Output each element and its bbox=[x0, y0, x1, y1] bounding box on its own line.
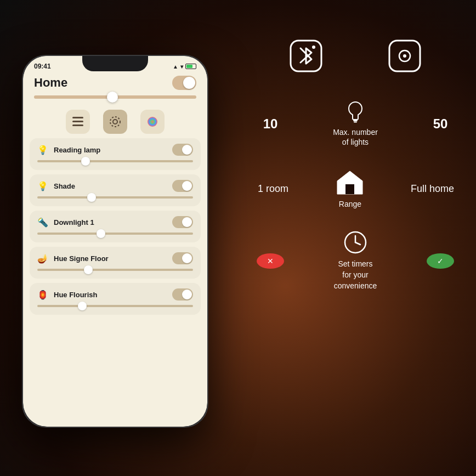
max-lights-right-value: 50 bbox=[427, 116, 454, 132]
device-list: 💡 Reading lamp 💡 Shade bbox=[23, 138, 207, 319]
device-slider-hue-signe[interactable] bbox=[37, 269, 193, 271]
battery-icon bbox=[185, 64, 196, 69]
svg-rect-2 bbox=[72, 124, 83, 126]
info-section: 10 Max. number of lights 50 1 room bbox=[257, 38, 454, 291]
device-toggle-shade[interactable] bbox=[172, 180, 193, 192]
max-lights-row: 10 Max. number of lights 50 bbox=[257, 101, 454, 147]
svg-point-5 bbox=[148, 117, 157, 127]
device-name: Shade bbox=[54, 182, 75, 190]
device-toggle-hue-signe[interactable] bbox=[172, 252, 193, 264]
device-item-downlight1[interactable]: 🔦 Downlight 1 bbox=[30, 211, 201, 242]
range-left-value: 1 room bbox=[257, 183, 290, 195]
tab-scenes[interactable] bbox=[103, 110, 127, 134]
device-slider-shade[interactable] bbox=[37, 196, 193, 199]
bulb-icon: 💡 bbox=[37, 181, 48, 191]
downlight-icon: 🔦 bbox=[37, 217, 48, 228]
bluetooth-icon bbox=[288, 38, 324, 73]
slider-thumb bbox=[97, 229, 105, 238]
device-toggle-downlight1[interactable] bbox=[172, 216, 193, 228]
range-right-value: Full home bbox=[411, 183, 454, 195]
brightness-thumb bbox=[107, 92, 118, 103]
device-item-hue-flourish[interactable]: 🏮 Hue Flourish bbox=[30, 283, 201, 315]
device-name: Reading lamp bbox=[54, 146, 100, 154]
slider-thumb bbox=[78, 302, 87, 310]
device-item-reading-lamp[interactable]: 💡 Reading lamp bbox=[30, 138, 201, 170]
device-name: Hue Signe Floor bbox=[54, 254, 109, 263]
signal-icon: ▲ bbox=[173, 64, 178, 70]
device-name: Downlight 1 bbox=[54, 218, 94, 226]
svg-rect-14 bbox=[345, 184, 354, 194]
svg-point-7 bbox=[312, 46, 315, 49]
slider-thumb bbox=[87, 193, 96, 202]
range-label: Range bbox=[339, 200, 361, 208]
status-time: 09:41 bbox=[34, 63, 51, 70]
max-lights-left-value: 10 bbox=[257, 116, 284, 132]
house-icon bbox=[335, 169, 365, 196]
device-item-shade[interactable]: 💡 Shade bbox=[30, 174, 201, 206]
device-toggle-reading-lamp[interactable] bbox=[172, 144, 193, 156]
hub-icon bbox=[387, 38, 422, 73]
device-toggle-hue-flourish[interactable] bbox=[172, 288, 193, 301]
phone-mockup: 09:41 ▲ ▾ Home bbox=[22, 55, 208, 428]
bulb-icon: 💡 bbox=[37, 145, 48, 155]
tab-bar bbox=[23, 105, 207, 138]
max-lights-label: Max. number of lights bbox=[333, 127, 378, 147]
device-slider-hue-flourish[interactable] bbox=[37, 305, 193, 307]
timer-label: Set timers for your convenience bbox=[334, 259, 377, 291]
svg-rect-0 bbox=[72, 117, 83, 118]
range-row: 1 room Range Full home bbox=[257, 169, 454, 208]
svg-point-3 bbox=[113, 120, 117, 124]
tab-color[interactable] bbox=[140, 110, 165, 134]
tab-list[interactable] bbox=[66, 110, 90, 134]
connection-icons-row bbox=[257, 38, 454, 73]
lightbulb-icon bbox=[348, 101, 363, 123]
floor-lamp-icon: 🪔 bbox=[37, 253, 48, 264]
wifi-icon: ▾ bbox=[180, 64, 183, 70]
svg-point-4 bbox=[110, 117, 120, 127]
svg-point-10 bbox=[403, 54, 406, 58]
device-item-hue-signe[interactable]: 🪔 Hue Signe Floor bbox=[30, 247, 201, 279]
bluetooth-item bbox=[288, 38, 324, 73]
timer-row: ✕ Set timers for your convenience ✓ bbox=[257, 230, 454, 291]
status-icons: ▲ ▾ bbox=[173, 64, 196, 70]
phone-notch bbox=[82, 56, 148, 71]
home-toggle[interactable] bbox=[172, 76, 196, 90]
timer-no-icon: ✕ bbox=[257, 253, 284, 269]
hub-item bbox=[387, 38, 422, 73]
timer-yes-icon: ✓ bbox=[427, 253, 454, 269]
ceiling-lamp-icon: 🏮 bbox=[37, 290, 48, 300]
slider-thumb bbox=[81, 157, 90, 166]
slider-thumb bbox=[84, 265, 93, 274]
brightness-slider[interactable] bbox=[34, 95, 196, 99]
device-slider-reading-lamp[interactable] bbox=[37, 160, 193, 162]
device-name: Hue Flourish bbox=[54, 291, 97, 299]
svg-rect-1 bbox=[72, 121, 83, 122]
home-title: Home bbox=[34, 76, 67, 90]
device-slider-downlight1[interactable] bbox=[37, 233, 193, 235]
clock-icon bbox=[343, 230, 367, 254]
svg-line-18 bbox=[355, 242, 360, 245]
